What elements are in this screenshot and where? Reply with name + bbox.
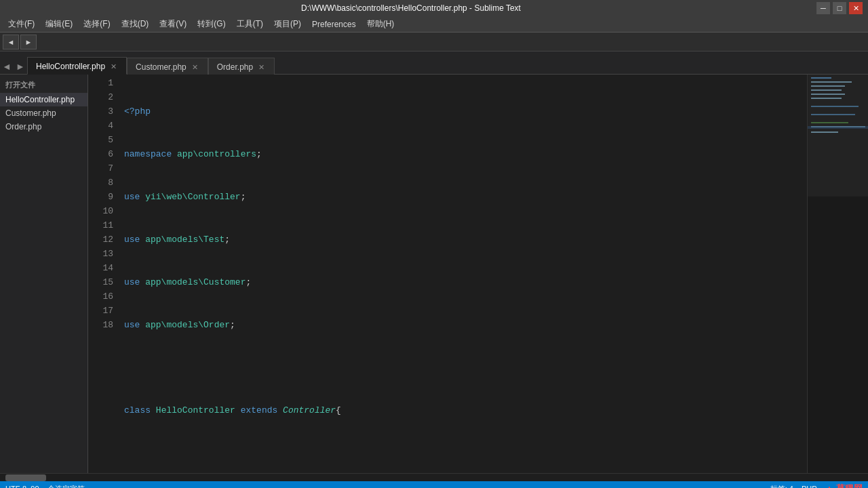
menu-tools[interactable]: 工具(T): [231, 17, 269, 31]
tab-hello-controller-label: HelloController.php: [36, 62, 105, 71]
code-line-8: class HelloController extends Controller…: [124, 403, 807, 418]
toolbar-back-button[interactable]: ◄: [3, 35, 19, 49]
sidebar-item-order[interactable]: Order.php: [0, 120, 87, 134]
tab-customer-close[interactable]: ✕: [191, 63, 199, 72]
sidebar-item-customer[interactable]: Customer.php: [0, 106, 87, 120]
menu-goto[interactable]: 转到(G): [192, 17, 231, 31]
line-num-2: 2: [88, 90, 113, 104]
line-num-4: 4: [88, 119, 113, 133]
restore-button[interactable]: □: [833, 2, 846, 14]
tab-bar: ◄ ► HelloController.php ✕ Customer.php ✕…: [0, 52, 868, 75]
code-line-7: [124, 361, 807, 375]
menu-select[interactable]: 选择(F): [78, 17, 115, 31]
code-line-5: use app\models\Customer;: [124, 275, 807, 289]
line-num-9: 9: [88, 190, 113, 204]
code-area[interactable]: <?php namespace app\controllers; use yii…: [119, 75, 807, 473]
status-bar: UTF-8, 90 个选定字符 标签: 4 PHP ▲ 草稞网: [0, 481, 868, 488]
line-num-12: 12: [88, 232, 113, 247]
status-language: PHP: [802, 485, 817, 488]
sidebar-header: 打开文件: [0, 77, 87, 93]
code-line-1: <?php: [124, 104, 807, 119]
scrollbar-thumb[interactable]: [5, 474, 46, 481]
line-num-18: 18: [88, 318, 113, 332]
menu-preferences[interactable]: Preferences: [307, 18, 361, 30]
editor[interactable]: 1 2 3 4 5 6 7 8 9 10 11 12 13 14 15 16 1…: [88, 75, 807, 473]
line-num-7: 7: [88, 161, 113, 176]
line-num-3: 3: [88, 104, 113, 119]
status-right: 标签: 4 PHP ▲ 草稞网: [770, 483, 863, 488]
title-bar: D:\WWW\basic\controllers\HelloController…: [0, 0, 868, 16]
status-left: UTF-8, 90 个选定字符: [5, 484, 85, 489]
tab-order-label: Order.php: [217, 62, 253, 72]
code-line-2: namespace app\controllers;: [124, 147, 807, 161]
tab-hello-controller[interactable]: HelloController.php ✕: [27, 57, 127, 75]
menu-project[interactable]: 项目(P): [269, 17, 307, 31]
tab-order[interactable]: Order.php ✕: [208, 58, 275, 75]
line-num-6: 6: [88, 147, 113, 161]
watermark: ▲ 草稞网: [825, 483, 863, 488]
line-num-10: 10: [88, 204, 113, 218]
code-line-6: use app\models\Order;: [124, 318, 807, 332]
menu-help[interactable]: 帮助(H): [361, 17, 400, 31]
menu-edit[interactable]: 编辑(E): [40, 17, 78, 31]
tab-customer[interactable]: Customer.php ✕: [127, 58, 208, 75]
code-line-4: use app\models\Test;: [124, 232, 807, 247]
line-num-11: 11: [88, 218, 113, 232]
main-area: 打开文件 HelloController.php Customer.php Or…: [0, 75, 868, 473]
line-num-15: 15: [88, 275, 113, 289]
line-num-17: 17: [88, 304, 113, 318]
tab-order-close[interactable]: ✕: [257, 63, 266, 72]
line-num-8: 8: [88, 176, 113, 190]
tab-hello-controller-close[interactable]: ✕: [109, 62, 118, 71]
menu-find[interactable]: 查找(D): [116, 17, 155, 31]
title-bar-text: D:\WWW\basic\controllers\HelloController…: [5, 3, 816, 13]
tab-next-button[interactable]: ►: [14, 59, 27, 74]
toolbar-forward-button[interactable]: ►: [20, 35, 37, 49]
tab-customer-label: Customer.php: [136, 62, 186, 72]
toolbar: ◄ ►: [0, 33, 868, 52]
close-button[interactable]: ✕: [849, 2, 863, 14]
title-bar-buttons: ─ □ ✕: [816, 2, 863, 14]
sidebar-item-hello-controller[interactable]: HelloController.php: [0, 93, 87, 106]
menu-file[interactable]: 文件(F): [3, 17, 40, 31]
menu-bar: 文件(F) 编辑(E) 选择(F) 查找(D) 查看(V) 转到(G) 工具(T…: [0, 16, 868, 33]
status-encoding: UTF-8, 90: [5, 485, 39, 488]
minimize-button[interactable]: ─: [816, 2, 830, 14]
sidebar: 打开文件 HelloController.php Customer.php Or…: [0, 75, 88, 473]
line-num-5: 5: [88, 133, 113, 147]
line-num-1: 1: [88, 76, 113, 90]
line-numbers: 1 2 3 4 5 6 7 8 9 10 11 12 13 14 15 16 1…: [88, 75, 119, 473]
status-line: 标签: 4: [770, 484, 793, 489]
line-num-13: 13: [88, 247, 113, 261]
menu-view[interactable]: 查看(V): [154, 17, 192, 31]
code-line-9: [124, 446, 807, 460]
minimap: [807, 75, 868, 473]
minimap-canvas: [808, 75, 868, 346]
line-num-14: 14: [88, 261, 113, 275]
code-line-3: use yii\web\Controller;: [124, 190, 807, 204]
svg-rect-13: [808, 75, 868, 197]
bottom-scrollbar[interactable]: [0, 473, 868, 481]
tab-prev-button[interactable]: ◄: [0, 59, 14, 74]
status-selection: 个选定字符: [47, 484, 85, 489]
line-num-16: 16: [88, 289, 113, 304]
